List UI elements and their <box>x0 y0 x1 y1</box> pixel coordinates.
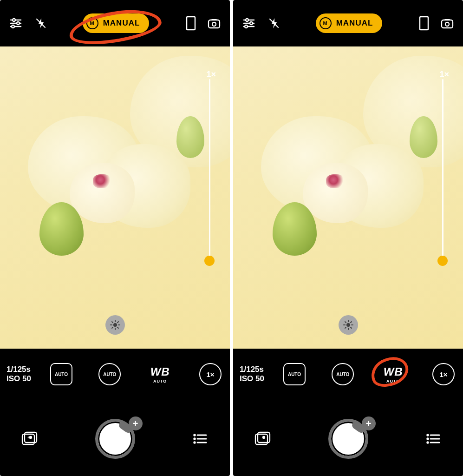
svg-line-43 <box>345 327 346 328</box>
zoom-slider-handle[interactable] <box>204 256 215 266</box>
camera-switch-icon[interactable] <box>437 13 457 33</box>
zoom-slider-handle[interactable] <box>437 256 448 266</box>
svg-point-3 <box>17 22 20 25</box>
focus-control[interactable]: AUTO <box>283 363 306 385</box>
svg-line-44 <box>351 322 352 323</box>
zoom-control[interactable]: 1× <box>199 363 222 385</box>
svg-point-52 <box>427 442 428 443</box>
shutter-plus-button[interactable]: + <box>362 416 376 430</box>
wb-sub: AUTO <box>153 379 167 383</box>
svg-point-28 <box>246 19 248 21</box>
focus-badge: AUTO <box>55 372 68 377</box>
zoom-slider-track[interactable] <box>209 79 210 265</box>
modes-list-button[interactable] <box>189 428 211 450</box>
flash-off-icon[interactable] <box>31 13 51 33</box>
mode-label: MANUAL <box>336 19 373 28</box>
exposure-readout: 1/125s ISO 50 <box>7 365 48 383</box>
viewfinder[interactable]: 1× <box>0 46 230 349</box>
top-toolbar: M MANUAL <box>0 0 230 46</box>
zoom-level-label: 1× <box>439 70 449 79</box>
svg-point-21 <box>194 435 195 436</box>
top-toolbar: M MANUAL <box>233 0 463 46</box>
svg-point-36 <box>346 323 350 327</box>
svg-point-32 <box>245 25 248 28</box>
exposure-readout: 1/125s ISO 50 <box>240 365 281 383</box>
manual-controls-row: 1/125s ISO 50 AUTO AUTO WB AUTO 1× <box>0 353 230 395</box>
ev-badge: AUTO <box>336 372 349 377</box>
aspect-portrait-icon[interactable] <box>414 13 434 33</box>
aspect-portrait-icon[interactable] <box>181 13 201 33</box>
modes-list-button[interactable] <box>422 428 444 450</box>
wb-sub: AUTO <box>386 379 400 383</box>
ev-control[interactable]: AUTO <box>98 363 121 385</box>
manual-controls-row: 1/125s ISO 50 AUTO AUTO WB AUTO 1× <box>233 353 463 395</box>
zoom-control[interactable]: 1× <box>432 363 455 385</box>
svg-point-9 <box>113 323 117 327</box>
camera-switch-icon[interactable] <box>204 13 224 33</box>
mode-manual-button[interactable]: M MANUAL <box>83 13 150 33</box>
camera-screen-left: M MANUAL <box>0 0 230 476</box>
svg-line-41 <box>345 322 346 323</box>
svg-rect-34 <box>420 17 428 30</box>
shutter-row: + <box>0 411 230 467</box>
svg-point-5 <box>12 25 14 28</box>
svg-line-14 <box>112 322 113 323</box>
white-balance-control[interactable]: WB AUTO <box>147 365 173 383</box>
svg-rect-7 <box>187 17 195 30</box>
zoom-level-label: 1× <box>206 70 216 79</box>
white-balance-control[interactable]: WB AUTO <box>380 365 406 383</box>
iso-value: ISO 50 <box>7 374 48 383</box>
shutter-row: + <box>233 411 463 467</box>
zoom-slider-track[interactable] <box>442 79 443 265</box>
settings-sliders-icon[interactable] <box>239 13 259 33</box>
focus-control[interactable]: AUTO <box>50 363 72 385</box>
svg-point-50 <box>427 438 428 439</box>
shutter-group: + <box>85 416 145 462</box>
shutter-group: + <box>318 416 378 462</box>
svg-line-15 <box>117 327 118 328</box>
brightness-button[interactable] <box>339 315 358 335</box>
svg-line-16 <box>112 327 113 328</box>
svg-point-25 <box>194 442 195 443</box>
iso-value: ISO 50 <box>240 374 281 383</box>
wb-label: WB <box>150 365 170 378</box>
mode-manual-button[interactable]: M MANUAL <box>316 13 383 33</box>
svg-point-48 <box>427 435 428 436</box>
gallery-button[interactable] <box>19 428 41 450</box>
wb-label: WB <box>384 365 403 378</box>
mode-badge-icon: M <box>320 17 332 29</box>
viewfinder[interactable]: 1× <box>233 46 463 349</box>
ev-badge: AUTO <box>103 372 116 377</box>
svg-line-42 <box>351 327 352 328</box>
shutter-speed-value: 1/125s <box>7 365 48 374</box>
focus-badge: AUTO <box>288 372 301 377</box>
svg-point-1 <box>13 19 15 21</box>
camera-screen-right: M MANUAL 1× <box>233 0 463 476</box>
zoom-badge: 1× <box>206 370 214 378</box>
brightness-button[interactable] <box>105 315 125 335</box>
flash-off-icon[interactable] <box>264 13 284 33</box>
mode-badge-icon: M <box>86 17 98 29</box>
ev-control[interactable]: AUTO <box>332 363 354 385</box>
gallery-button[interactable] <box>252 428 274 450</box>
zoom-badge: 1× <box>439 370 447 378</box>
settings-sliders-icon[interactable] <box>6 13 26 33</box>
svg-line-17 <box>117 322 118 323</box>
mode-label: MANUAL <box>103 19 140 28</box>
svg-point-30 <box>250 22 253 25</box>
shutter-plus-button[interactable]: + <box>129 416 143 430</box>
svg-rect-35 <box>442 20 453 28</box>
svg-rect-8 <box>209 20 220 28</box>
shutter-speed-value: 1/125s <box>240 365 281 374</box>
svg-point-47 <box>263 436 265 438</box>
svg-point-23 <box>194 438 195 439</box>
